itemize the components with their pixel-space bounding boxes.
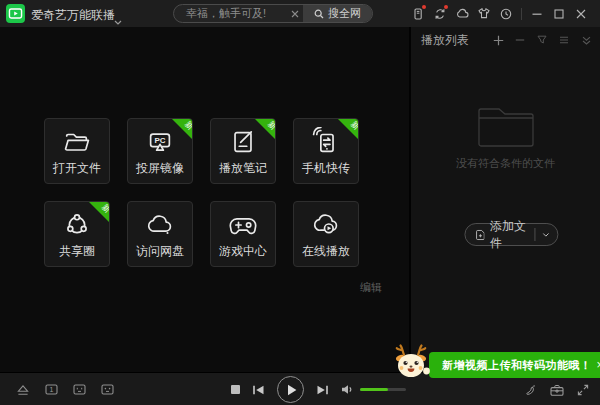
tile-label: 在线播放 <box>302 243 350 260</box>
skin-icon[interactable] <box>473 0 495 27</box>
tile-label: 游戏中心 <box>219 243 267 260</box>
history-icon[interactable] <box>495 0 517 27</box>
eject-open-icon[interactable] <box>16 384 30 396</box>
divider <box>535 228 536 241</box>
toolbox-icon[interactable] <box>550 384 564 396</box>
tile-cloud-play[interactable]: 在线播放 <box>293 201 359 267</box>
notification-toast: 新增视频上传和转码功能哦！ × <box>429 352 600 378</box>
close-button[interactable] <box>570 0 592 27</box>
empty-folder-icon <box>478 105 534 147</box>
new-badge: 新 <box>254 118 276 140</box>
phone-remote-icon[interactable] <box>407 0 429 27</box>
danmaku-icon[interactable] <box>101 384 114 395</box>
edit-grid-button[interactable]: 编辑 <box>360 280 382 295</box>
tile-share-circle[interactable]: 共享圈新 <box>44 201 110 267</box>
remove-icon[interactable] <box>514 34 526 46</box>
search-icon <box>314 9 324 19</box>
notification-dot <box>422 5 426 9</box>
tile-cloud-disk[interactable]: 访问网盘 <box>127 201 193 267</box>
tile-pc-mirror[interactable]: PC投屏镜像新 <box>127 118 193 184</box>
search-bar[interactable]: 幸福，触手可及! 搜全网 <box>173 4 373 23</box>
new-badge: 新 <box>171 118 193 140</box>
tile-note[interactable]: 播放笔记新 <box>210 118 276 184</box>
cloud-play-icon <box>311 210 341 240</box>
minimize-button[interactable] <box>526 0 548 27</box>
next-button[interactable] <box>316 385 329 395</box>
filter-icon[interactable] <box>536 34 548 46</box>
volume-slider[interactable] <box>360 388 406 391</box>
titlebar: 爱奇艺万能联播 幸福，触手可及! 搜全网 <box>0 0 600 27</box>
tile-label: 播放笔记 <box>219 160 267 177</box>
new-badge: 新 <box>337 118 359 140</box>
toast-close-icon[interactable]: × <box>597 359 600 371</box>
app-window: 爱奇艺万能联播 幸福，触手可及! 搜全网 <box>0 0 600 405</box>
pepper-icon[interactable] <box>524 383 537 396</box>
svg-text:1: 1 <box>50 386 54 393</box>
add-options-chevron-icon[interactable] <box>543 232 550 238</box>
search-input[interactable]: 幸福，触手可及! <box>174 6 287 21</box>
fullscreen-icon[interactable] <box>577 384 589 396</box>
search-button[interactable]: 搜全网 <box>303 5 372 22</box>
list-view-icon[interactable] <box>558 34 570 46</box>
tile-label: 打开文件 <box>53 160 101 177</box>
play-button[interactable] <box>277 376 304 403</box>
tile-phone-transfer[interactable]: 手机快传新 <box>293 118 359 184</box>
tile-folder-open[interactable]: 打开文件 <box>44 118 110 184</box>
playlist-header: 播放列表 <box>411 27 600 53</box>
game-center-icon <box>228 210 258 240</box>
titlebar-icons <box>407 0 600 27</box>
playlist-title: 播放列表 <box>421 32 469 49</box>
collapse-icon[interactable] <box>580 34 592 46</box>
add-icon[interactable] <box>492 34 504 46</box>
sync-share-icon[interactable] <box>429 0 451 27</box>
volume-icon[interactable] <box>341 384 353 395</box>
app-title: 爱奇艺万能联播 <box>31 7 115 24</box>
toast-text: 新增视频上传和转码功能哦！ <box>442 358 592 373</box>
maximize-button[interactable] <box>548 0 570 27</box>
divider <box>521 8 522 20</box>
stop-button[interactable] <box>231 385 240 394</box>
tile-label: 手机快传 <box>302 160 350 177</box>
title-chevron-down-icon[interactable] <box>114 11 122 29</box>
tile-label: 访问网盘 <box>136 243 184 260</box>
cloud-icon[interactable] <box>451 0 473 27</box>
cloud-disk-icon <box>145 210 175 240</box>
empty-text: 没有符合条件的文件 <box>456 156 555 171</box>
new-badge: 新 <box>88 201 110 223</box>
deer-mascot[interactable] <box>390 342 432 382</box>
file-plus-icon <box>475 228 485 242</box>
volume-level <box>360 388 388 391</box>
notification-dot <box>444 5 448 9</box>
tile-label: 投屏镜像 <box>136 160 184 177</box>
playlist-panel: 播放列表 没有符合条件的文件 <box>409 27 600 372</box>
play-order-icon[interactable]: 1 <box>45 384 58 395</box>
folder-open-icon <box>62 127 92 157</box>
search-clear-icon[interactable] <box>287 10 303 18</box>
playlist-empty-state: 没有符合条件的文件 <box>411 105 600 171</box>
app-logo-icon <box>6 4 25 23</box>
previous-button[interactable] <box>252 385 265 395</box>
tile-label: 共享圈 <box>59 243 95 260</box>
subtitle-icon[interactable] <box>73 384 86 395</box>
tile-game-center[interactable]: 游戏中心 <box>210 201 276 267</box>
launcher-grid: 打开文件PC投屏镜像新播放笔记新手机快传新共享圈新访问网盘游戏中心在线播放 <box>44 118 359 267</box>
add-file-button[interactable]: 添加文件 <box>464 223 559 246</box>
